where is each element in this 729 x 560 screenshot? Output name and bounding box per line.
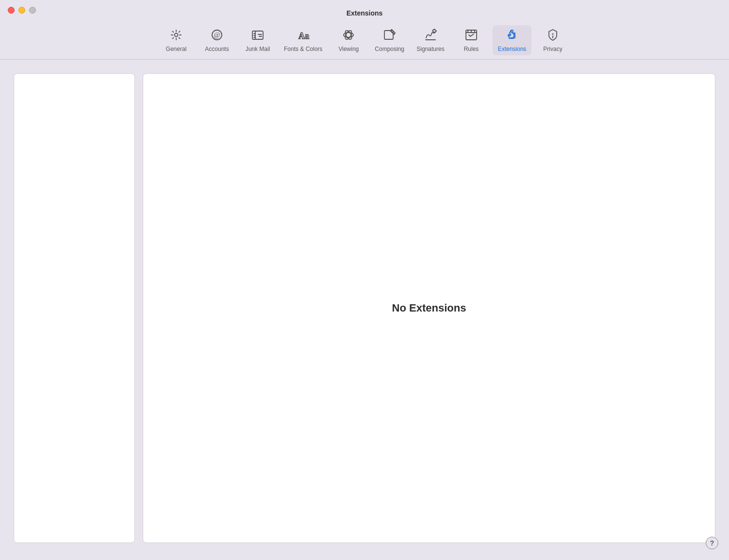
main-content: No Extensions [0, 60, 729, 557]
junk-mail-icon [251, 28, 265, 44]
maximize-button[interactable] [29, 7, 36, 14]
general-icon [169, 28, 183, 44]
tab-accounts[interactable]: @ Accounts [198, 25, 236, 55]
tab-privacy[interactable]: Privacy [533, 25, 572, 55]
tab-fonts-colors-label: Fonts & Colors [284, 46, 322, 52]
toolbar: General @ Accounts Junk Mail [0, 21, 729, 60]
tab-rules-label: Rules [464, 46, 479, 52]
composing-icon [383, 28, 397, 44]
viewing-icon [342, 28, 355, 44]
title-bar: Extensions [0, 0, 729, 19]
no-extensions-message: No Extensions [392, 302, 466, 314]
tab-viewing-label: Viewing [338, 46, 359, 52]
traffic-lights [8, 7, 36, 14]
tab-rules[interactable]: Rules [452, 25, 491, 55]
right-panel: No Extensions [143, 73, 715, 543]
tab-extensions[interactable]: Extensions [493, 25, 531, 55]
svg-text:@: @ [214, 32, 220, 39]
signatures-icon [424, 28, 437, 44]
help-button[interactable]: ? [706, 537, 718, 549]
extensions-icon [505, 28, 519, 44]
tab-signatures[interactable]: Signatures [411, 25, 450, 55]
tab-junk-mail-label: Junk Mail [246, 46, 270, 52]
window-title: Extensions [347, 9, 383, 17]
tab-junk-mail[interactable]: Junk Mail [238, 25, 277, 55]
minimize-button[interactable] [18, 7, 25, 14]
tab-general-label: General [166, 46, 187, 52]
tab-general[interactable]: General [157, 25, 196, 55]
tab-accounts-label: Accounts [205, 46, 229, 52]
privacy-icon [546, 28, 560, 44]
rules-icon [464, 28, 478, 44]
tab-viewing[interactable]: Viewing [329, 25, 368, 55]
tab-composing[interactable]: Composing [370, 25, 409, 55]
tab-signatures-label: Signatures [416, 46, 444, 52]
fonts-colors-icon: Aa [297, 28, 310, 44]
close-button[interactable] [8, 7, 15, 14]
accounts-icon: @ [210, 28, 224, 44]
tab-privacy-label: Privacy [543, 46, 562, 52]
left-panel [14, 73, 135, 543]
svg-point-0 [174, 33, 178, 37]
svg-text:Aa: Aa [298, 31, 309, 41]
tab-composing-label: Composing [375, 46, 404, 52]
tab-extensions-label: Extensions [498, 46, 527, 52]
tab-fonts-colors[interactable]: Aa Fonts & Colors [279, 25, 327, 55]
